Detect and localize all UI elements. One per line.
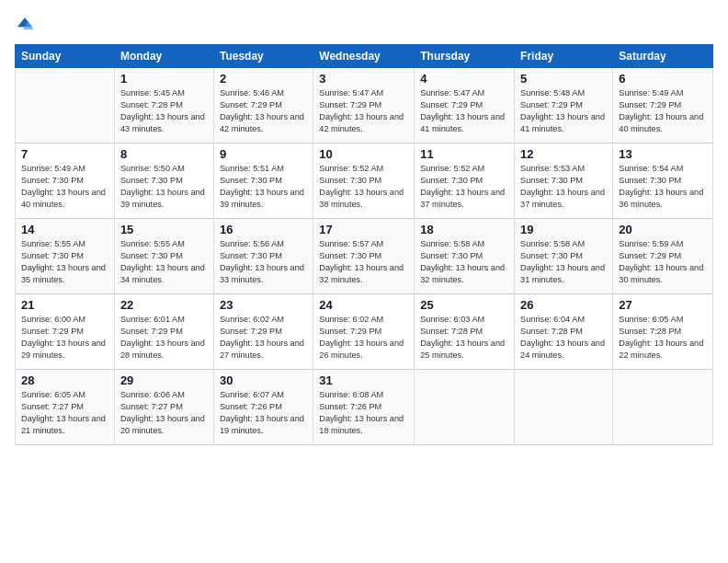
day-number: 29 (120, 373, 208, 387)
calendar-cell (415, 370, 515, 445)
calendar-week-row: 28Sunrise: 6:05 AM Sunset: 7:27 PM Dayli… (16, 370, 713, 445)
day-info: Sunrise: 5:58 AM Sunset: 7:30 PM Dayligh… (520, 238, 607, 286)
day-info: Sunrise: 5:55 AM Sunset: 7:30 PM Dayligh… (120, 238, 208, 286)
day-number: 1 (120, 72, 208, 86)
calendar-cell: 19Sunrise: 5:58 AM Sunset: 7:30 PM Dayli… (515, 219, 613, 294)
weekday-header-row: Sunday Monday Tuesday Wednesday Thursday… (16, 45, 713, 68)
day-number: 4 (420, 72, 508, 86)
header-monday: Monday (114, 45, 213, 68)
day-number: 10 (319, 147, 408, 161)
day-info: Sunrise: 6:03 AM Sunset: 7:28 PM Dayligh… (420, 314, 508, 362)
calendar-cell: 28Sunrise: 6:05 AM Sunset: 7:27 PM Dayli… (16, 370, 115, 445)
day-info: Sunrise: 5:55 AM Sunset: 7:30 PM Dayligh… (21, 238, 108, 286)
day-number: 20 (619, 223, 707, 236)
day-number: 2 (220, 72, 307, 86)
calendar-cell: 20Sunrise: 5:59 AM Sunset: 7:29 PM Dayli… (613, 219, 713, 294)
day-info: Sunrise: 5:54 AM Sunset: 7:30 PM Dayligh… (619, 163, 707, 211)
day-number: 8 (120, 147, 208, 161)
calendar-cell: 24Sunrise: 6:02 AM Sunset: 7:29 PM Dayli… (313, 294, 415, 370)
day-info: Sunrise: 6:05 AM Sunset: 7:28 PM Dayligh… (619, 314, 707, 362)
day-number: 31 (319, 373, 408, 387)
header-tuesday: Tuesday (213, 45, 313, 68)
calendar-cell: 18Sunrise: 5:58 AM Sunset: 7:30 PM Dayli… (415, 219, 515, 294)
calendar-cell (515, 370, 613, 445)
calendar-cell: 13Sunrise: 5:54 AM Sunset: 7:30 PM Dayli… (613, 144, 713, 219)
day-number: 26 (520, 298, 607, 312)
day-number: 24 (319, 298, 408, 312)
calendar-cell: 17Sunrise: 5:57 AM Sunset: 7:30 PM Dayli… (313, 219, 415, 294)
calendar-cell: 16Sunrise: 5:56 AM Sunset: 7:30 PM Dayli… (213, 219, 313, 294)
page-header (15, 15, 713, 35)
header-sunday: Sunday (16, 45, 115, 68)
day-number: 19 (520, 223, 607, 236)
calendar-cell: 10Sunrise: 5:52 AM Sunset: 7:30 PM Dayli… (313, 144, 415, 219)
day-number: 17 (319, 223, 408, 236)
calendar-cell: 4Sunrise: 5:47 AM Sunset: 7:29 PM Daylig… (415, 68, 515, 144)
calendar-cell: 7Sunrise: 5:49 AM Sunset: 7:30 PM Daylig… (16, 144, 115, 219)
logo-icon (15, 15, 35, 35)
day-info: Sunrise: 5:48 AM Sunset: 7:29 PM Dayligh… (520, 87, 607, 135)
calendar-body: 1Sunrise: 5:45 AM Sunset: 7:28 PM Daylig… (16, 68, 713, 445)
day-info: Sunrise: 5:49 AM Sunset: 7:29 PM Dayligh… (619, 87, 707, 135)
day-number: 7 (21, 147, 108, 161)
calendar-cell: 25Sunrise: 6:03 AM Sunset: 7:28 PM Dayli… (415, 294, 515, 370)
day-number: 13 (619, 147, 707, 161)
header-thursday: Thursday (415, 45, 515, 68)
calendar-cell: 3Sunrise: 5:47 AM Sunset: 7:29 PM Daylig… (313, 68, 415, 144)
logo (15, 15, 37, 35)
day-number: 14 (21, 223, 108, 236)
day-info: Sunrise: 6:02 AM Sunset: 7:29 PM Dayligh… (220, 314, 307, 362)
day-info: Sunrise: 5:49 AM Sunset: 7:30 PM Dayligh… (21, 163, 108, 211)
day-info: Sunrise: 6:01 AM Sunset: 7:29 PM Dayligh… (120, 314, 208, 362)
calendar-cell: 29Sunrise: 6:06 AM Sunset: 7:27 PM Dayli… (114, 370, 213, 445)
day-info: Sunrise: 5:47 AM Sunset: 7:29 PM Dayligh… (420, 87, 508, 135)
day-number: 6 (619, 72, 707, 86)
calendar-cell: 22Sunrise: 6:01 AM Sunset: 7:29 PM Dayli… (114, 294, 213, 370)
day-info: Sunrise: 6:06 AM Sunset: 7:27 PM Dayligh… (120, 389, 208, 437)
day-number: 25 (420, 298, 508, 312)
day-number: 21 (21, 298, 108, 312)
day-info: Sunrise: 6:07 AM Sunset: 7:26 PM Dayligh… (220, 389, 307, 437)
day-info: Sunrise: 5:59 AM Sunset: 7:29 PM Dayligh… (619, 238, 707, 286)
calendar-cell: 5Sunrise: 5:48 AM Sunset: 7:29 PM Daylig… (515, 68, 613, 144)
day-info: Sunrise: 5:58 AM Sunset: 7:30 PM Dayligh… (420, 238, 508, 286)
day-info: Sunrise: 6:00 AM Sunset: 7:29 PM Dayligh… (21, 314, 108, 362)
calendar-cell: 2Sunrise: 5:46 AM Sunset: 7:29 PM Daylig… (213, 68, 313, 144)
day-number: 9 (220, 147, 307, 161)
day-number: 11 (420, 147, 508, 161)
header-saturday: Saturday (613, 45, 713, 68)
header-wednesday: Wednesday (313, 45, 415, 68)
day-number: 3 (319, 72, 408, 86)
calendar-cell: 31Sunrise: 6:08 AM Sunset: 7:26 PM Dayli… (313, 370, 415, 445)
day-info: Sunrise: 5:53 AM Sunset: 7:30 PM Dayligh… (520, 163, 607, 211)
day-info: Sunrise: 6:08 AM Sunset: 7:26 PM Dayligh… (319, 389, 408, 437)
day-info: Sunrise: 5:52 AM Sunset: 7:30 PM Dayligh… (420, 163, 508, 211)
day-info: Sunrise: 5:52 AM Sunset: 7:30 PM Dayligh… (319, 163, 408, 211)
calendar-cell (613, 370, 713, 445)
day-number: 16 (220, 223, 307, 236)
day-info: Sunrise: 5:47 AM Sunset: 7:29 PM Dayligh… (319, 87, 408, 135)
calendar-week-row: 1Sunrise: 5:45 AM Sunset: 7:28 PM Daylig… (16, 68, 713, 144)
calendar-cell: 14Sunrise: 5:55 AM Sunset: 7:30 PM Dayli… (16, 219, 115, 294)
day-info: Sunrise: 5:50 AM Sunset: 7:30 PM Dayligh… (120, 163, 208, 211)
calendar-cell: 23Sunrise: 6:02 AM Sunset: 7:29 PM Dayli… (213, 294, 313, 370)
calendar-week-row: 7Sunrise: 5:49 AM Sunset: 7:30 PM Daylig… (16, 144, 713, 219)
day-number: 5 (520, 72, 607, 86)
day-info: Sunrise: 5:46 AM Sunset: 7:29 PM Dayligh… (220, 87, 307, 135)
day-info: Sunrise: 6:04 AM Sunset: 7:28 PM Dayligh… (520, 314, 607, 362)
day-info: Sunrise: 5:57 AM Sunset: 7:30 PM Dayligh… (319, 238, 408, 286)
day-info: Sunrise: 5:45 AM Sunset: 7:28 PM Dayligh… (120, 87, 208, 135)
day-number: 18 (420, 223, 508, 236)
calendar-cell: 1Sunrise: 5:45 AM Sunset: 7:28 PM Daylig… (114, 68, 213, 144)
day-number: 22 (120, 298, 208, 312)
calendar-cell: 12Sunrise: 5:53 AM Sunset: 7:30 PM Dayli… (515, 144, 613, 219)
header-friday: Friday (515, 45, 613, 68)
calendar-cell: 9Sunrise: 5:51 AM Sunset: 7:30 PM Daylig… (213, 144, 313, 219)
calendar-cell: 15Sunrise: 5:55 AM Sunset: 7:30 PM Dayli… (114, 219, 213, 294)
calendar-cell: 11Sunrise: 5:52 AM Sunset: 7:30 PM Dayli… (415, 144, 515, 219)
calendar-table: Sunday Monday Tuesday Wednesday Thursday… (15, 44, 713, 445)
calendar-cell: 26Sunrise: 6:04 AM Sunset: 7:28 PM Dayli… (515, 294, 613, 370)
day-info: Sunrise: 6:05 AM Sunset: 7:27 PM Dayligh… (21, 389, 108, 437)
day-number: 23 (220, 298, 307, 312)
calendar-week-row: 21Sunrise: 6:00 AM Sunset: 7:29 PM Dayli… (16, 294, 713, 370)
